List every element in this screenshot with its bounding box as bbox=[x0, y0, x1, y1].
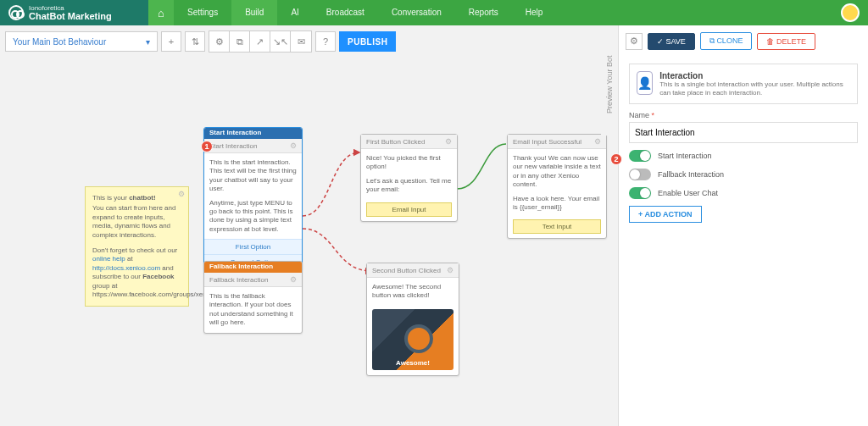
nav-build[interactable]: Build bbox=[231, 0, 277, 25]
gear-icon[interactable]: ⚙ bbox=[290, 275, 297, 284]
toggle-start-interaction[interactable] bbox=[629, 150, 651, 162]
stats-button[interactable]: ⇅ bbox=[185, 31, 205, 52]
nav-broadcast[interactable]: Broadcast bbox=[313, 0, 378, 25]
help-button[interactable]: ? bbox=[315, 31, 336, 52]
save-button[interactable]: ✓ SAVE bbox=[648, 33, 695, 50]
panel-gear-button[interactable]: ⚙ bbox=[626, 33, 643, 50]
gear-icon[interactable]: ⚙ bbox=[178, 190, 185, 200]
toggle-fallback-interaction[interactable] bbox=[629, 169, 651, 180]
gear-icon[interactable]: ⚙ bbox=[447, 266, 453, 274]
node-email-success[interactable]: Email Input Successful⚙ Thank you! We ca… bbox=[507, 134, 607, 239]
gear-icon[interactable]: ⚙ bbox=[445, 137, 452, 146]
text-input-action[interactable]: Text Input bbox=[513, 219, 601, 234]
gear-button[interactable]: ⚙ bbox=[209, 31, 230, 52]
behavior-select[interactable]: Your Main Bot Behaviour ▾ bbox=[5, 31, 158, 52]
shrink-button[interactable]: ↘↖ bbox=[270, 31, 291, 52]
node-second-clicked[interactable]: Second Button Clicked⚙ Awesome! The seco… bbox=[366, 263, 459, 376]
logo-icon bbox=[8, 5, 24, 20]
info-box: 👤 Interaction This is a single bot inter… bbox=[629, 64, 858, 104]
home-button[interactable]: ⌂ bbox=[148, 0, 174, 25]
tool-group: ⚙ ⧉ ↗ ↘↖ ✉ bbox=[209, 30, 312, 53]
badge-2: 2 bbox=[610, 153, 622, 165]
option-first[interactable]: First Option bbox=[204, 239, 302, 254]
chat-button[interactable]: ✉ bbox=[291, 31, 311, 52]
user-avatar[interactable] bbox=[841, 3, 860, 22]
nav-help[interactable]: Help bbox=[512, 0, 557, 25]
gear-icon[interactable]: ⚙ bbox=[290, 141, 297, 150]
export-button[interactable]: ↗ bbox=[250, 31, 270, 52]
nav-ai[interactable]: AI bbox=[277, 0, 312, 25]
brand-topline: Ionoforetica bbox=[29, 5, 112, 12]
docs-link[interactable]: http://docs.xenioo.com bbox=[92, 264, 160, 272]
online-help-link[interactable]: online help bbox=[92, 255, 125, 263]
behavior-label: Your Main Bot Behaviour bbox=[13, 37, 106, 47]
add-button[interactable]: + bbox=[161, 31, 181, 52]
node-start-interaction[interactable]: Start Interaction Start Interaction⚙ Thi… bbox=[203, 127, 303, 270]
clone-button[interactable]: ⧉ CLONE bbox=[700, 32, 753, 50]
brand-logo[interactable]: Ionoforetica ChatBot Marketing bbox=[0, 0, 148, 25]
brand-name: ChatBot Marketing bbox=[29, 12, 112, 21]
toggle-enable-user-chat[interactable] bbox=[629, 187, 651, 199]
media-image: Awesome! bbox=[372, 309, 453, 370]
delete-button[interactable]: 🗑 DELETE bbox=[757, 33, 815, 50]
hint-card: ⚙ This is your chatbot! You can start fr… bbox=[85, 186, 189, 307]
nav-reports[interactable]: Reports bbox=[455, 0, 512, 25]
email-input-action[interactable]: Email Input bbox=[366, 202, 452, 217]
node-header: Fallback Interaction bbox=[204, 262, 302, 273]
chevron-down-icon: ▾ bbox=[146, 37, 150, 47]
top-navbar: Ionoforetica ChatBot Marketing ⌂ Setting… bbox=[0, 0, 868, 25]
name-input[interactable] bbox=[629, 122, 858, 143]
node-fallback[interactable]: Fallback Interaction Fallback Interactio… bbox=[203, 261, 303, 334]
node-first-clicked[interactable]: First Button Clicked⚙ Nice! You picked t… bbox=[360, 134, 458, 222]
preview-bot-tab[interactable]: Preview Your Bot bbox=[601, 34, 618, 136]
gear-icon[interactable]: ⚙ bbox=[594, 137, 601, 146]
node-header: Start Interaction bbox=[204, 128, 302, 139]
properties-panel: ⚙ ✓ SAVE ⧉ CLONE 🗑 DELETE 👤 Interaction … bbox=[618, 25, 868, 426]
flow-canvas[interactable]: ⚙ This is your chatbot! You can start fr… bbox=[0, 51, 618, 426]
nav-settings[interactable]: Settings bbox=[174, 0, 231, 25]
publish-button[interactable]: PUBLISH bbox=[339, 31, 396, 52]
badge-1: 1 bbox=[201, 141, 213, 152]
copy-button[interactable]: ⧉ bbox=[230, 31, 250, 52]
interaction-icon: 👤 bbox=[637, 71, 653, 95]
add-action-button[interactable]: + ADD ACTION bbox=[629, 206, 702, 223]
nav-conversation[interactable]: Conversation bbox=[378, 0, 455, 25]
